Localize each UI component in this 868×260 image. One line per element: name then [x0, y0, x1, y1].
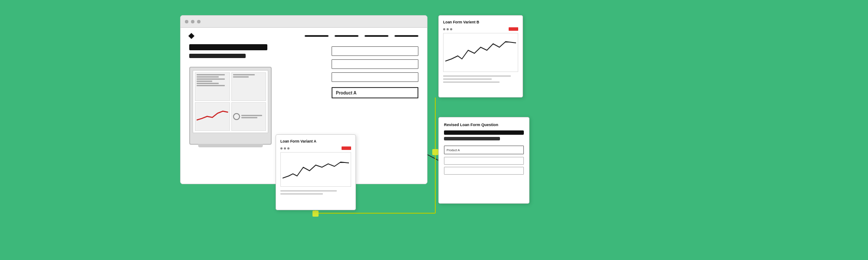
card-variant-b: Loan Form Varient B: [438, 15, 523, 98]
revised-title: Revised Loan Form Question: [444, 123, 524, 127]
variant-a-card-lines: [280, 190, 351, 195]
laptop-mockup: [189, 67, 272, 145]
heading-bar: [189, 44, 267, 50]
lc-line: [197, 81, 212, 82]
variant-b-chart-svg: [445, 35, 516, 70]
connector-dot-bottom: [312, 211, 319, 217]
laptop-cell-br: [231, 102, 266, 131]
variant-a-chart-svg: [283, 154, 349, 185]
nav-item-2: [335, 35, 358, 37]
toolbar-icon-b-2: [447, 28, 449, 30]
subheading-bar: [189, 54, 246, 58]
connector-dot-mid: [432, 149, 438, 155]
card-variant-a: Loan Form Variant A: [276, 134, 356, 210]
browser-titlebar: [181, 16, 427, 28]
laptop-screen: [193, 70, 268, 133]
nav-links: [305, 35, 418, 37]
lc-line: [197, 83, 219, 84]
dot-1: [185, 20, 188, 23]
variant-a-line-2: [280, 193, 323, 195]
nav-item-1: [305, 35, 329, 37]
laptop-base: [198, 144, 263, 147]
variant-b-line-2: [443, 78, 492, 80]
laptop-cell-tl: [195, 72, 230, 101]
toolbar-icon-2: [284, 147, 286, 150]
variant-a-line-1: [280, 190, 337, 192]
nav-item-3: [365, 35, 388, 37]
nav-item-4: [395, 35, 418, 37]
revised-field-2[interactable]: [444, 157, 524, 165]
lc-line: [197, 74, 225, 75]
variant-b-line-3: [443, 81, 500, 83]
browser-left-panel: [189, 44, 323, 145]
variant-a-red-badge: [342, 146, 351, 150]
card-revised: Revised Loan Form Question Product A: [438, 117, 529, 204]
lc-line: [241, 117, 257, 118]
lc-line: [197, 78, 225, 80]
revised-bar-med: [444, 137, 500, 140]
card-variant-b-toolbar: [443, 27, 518, 31]
form-field-1[interactable]: [332, 46, 418, 56]
product-field-label: Product A: [336, 91, 356, 95]
toolbar-icons-b: [443, 28, 452, 30]
lc-line: [233, 76, 249, 78]
revised-product-label: Product A: [447, 149, 460, 152]
toolbar-icon-b-3: [450, 28, 452, 30]
toolbar-icon-3: [287, 147, 289, 150]
form-field-3[interactable]: [332, 72, 418, 82]
browser-main: Product A: [189, 44, 418, 145]
dot-2: [191, 20, 194, 23]
background: [0, 0, 868, 260]
lc-line: [197, 76, 219, 78]
form-field-2[interactable]: [332, 59, 418, 69]
card-variant-a-title: Loan Form Variant A: [280, 139, 351, 143]
revised-product-field[interactable]: Product A: [444, 146, 524, 154]
mini-chart-svg: [197, 104, 228, 126]
cell-circle-icon: [233, 113, 240, 120]
toolbar-icon-b-1: [443, 28, 445, 30]
laptop-cell-bl: [195, 102, 230, 131]
revised-field-3[interactable]: [444, 167, 524, 175]
laptop-cell-tr: [231, 72, 266, 101]
card-variant-b-title: Loan Form Varient B: [443, 20, 518, 24]
variant-b-line-1: [443, 75, 511, 77]
toolbar-icon-1: [280, 147, 283, 150]
revised-bar-big: [444, 130, 524, 135]
lc-line: [233, 74, 255, 75]
variant-a-chart: [280, 152, 351, 187]
browser-right-panel: Product A: [332, 44, 418, 145]
toolbar-icons: [280, 147, 289, 150]
nav-logo-diamond: [188, 33, 194, 39]
product-field[interactable]: Product A: [332, 87, 418, 98]
card-variant-a-toolbar: [280, 146, 351, 150]
lc-line: [241, 115, 262, 116]
variant-b-chart: [443, 33, 518, 72]
dot-3: [197, 20, 201, 23]
lc-line: [197, 85, 225, 86]
variant-b-card-lines: [443, 75, 518, 83]
variant-b-red-badge: [509, 27, 518, 31]
browser-nav: [189, 34, 418, 38]
